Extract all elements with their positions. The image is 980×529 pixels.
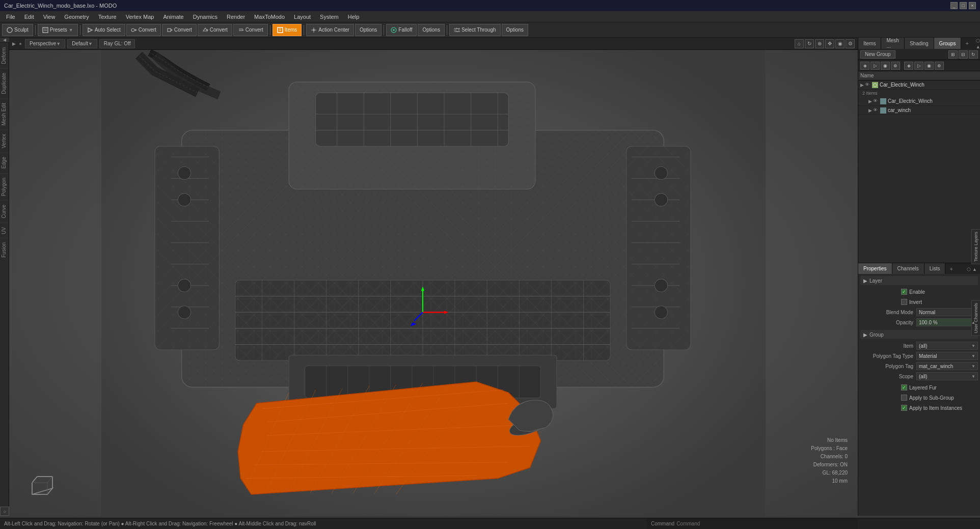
- convert3-button[interactable]: Convert: [198, 24, 232, 36]
- minimize-button[interactable]: _: [950, 2, 958, 9]
- menu-vertex-map[interactable]: Vertex Map: [122, 13, 158, 21]
- left-sidebar-toggle[interactable]: ◀: [0, 38, 9, 43]
- group-icon-h[interactable]: ⊕: [935, 62, 944, 70]
- vp-icon-settings[interactable]: ⚙: [846, 39, 855, 48]
- group-sub-item-2[interactable]: ▶ 👁 car_winch: [858, 106, 980, 115]
- sculpt-button[interactable]: Sculpt: [2, 24, 33, 36]
- perspective-button[interactable]: Perspective ▼: [25, 39, 65, 48]
- menu-animate[interactable]: Animate: [159, 13, 187, 21]
- convert1-button[interactable]: Convert: [126, 24, 161, 36]
- menu-file[interactable]: File: [2, 13, 19, 21]
- layered-fur-checkbox[interactable]: ✓: [901, 384, 907, 391]
- tab-properties[interactable]: Properties: [858, 263, 892, 274]
- new-group-button[interactable]: New Group: [860, 50, 895, 59]
- group-icon-a[interactable]: ◈: [860, 62, 869, 70]
- options3-button[interactable]: Options: [502, 24, 528, 36]
- scope-arrow: ▼: [971, 374, 975, 379]
- falloff-button[interactable]: Falloff: [386, 24, 417, 36]
- tab-duplicate[interactable]: Duplicate: [0, 68, 9, 98]
- vp-icon-pan[interactable]: ✥: [825, 39, 834, 48]
- default-dropdown-arrow[interactable]: ▼: [88, 41, 93, 46]
- polygon-tag-dropdown[interactable]: mat_car_winch ▼: [916, 362, 978, 370]
- group-sub-item-1[interactable]: ▶ 👁 Car_Electric_Winch: [858, 97, 980, 106]
- vp-icon-rotate[interactable]: ↻: [805, 39, 814, 48]
- default-button[interactable]: Default ▼: [67, 39, 97, 48]
- maximize-button[interactable]: □: [960, 2, 967, 9]
- tab-edge[interactable]: Edge: [0, 152, 9, 173]
- select-through-icon: [454, 27, 460, 33]
- group-icon-g[interactable]: ◉: [924, 62, 934, 70]
- window-controls[interactable]: _ □ ×: [950, 2, 976, 9]
- options2-button[interactable]: Options: [418, 24, 444, 36]
- expand-panel-button[interactable]: ⬡ ▲: [973, 37, 980, 49]
- model-display-area[interactable]: No Items Polygons : Face Channels: 0 Def…: [9, 50, 858, 516]
- panel-icon-btn-3[interactable]: ↻: [969, 50, 978, 59]
- scope-dropdown[interactable]: (all) ▼: [916, 372, 978, 380]
- viewport-expand-icon[interactable]: ▶: [12, 41, 16, 46]
- group-root-item[interactable]: ▶ 👁 ⬡ Car_Electric_Winch: [858, 80, 980, 90]
- menu-render[interactable]: Render: [223, 13, 249, 21]
- tab-deform[interactable]: Deform: [0, 43, 9, 68]
- menu-dynamics[interactable]: Dynamics: [189, 13, 222, 21]
- tab-mesh[interactable]: Mesh ...: [881, 38, 904, 49]
- panel-icon-btn-1[interactable]: ⊞: [948, 50, 958, 59]
- menu-maxtomodo[interactable]: MaxToModo: [250, 13, 289, 21]
- menu-layout[interactable]: Layout: [290, 13, 315, 21]
- layer-section-header[interactable]: ▶ Layer: [860, 276, 978, 285]
- tab-polygon[interactable]: Polygon: [0, 173, 9, 200]
- items-button[interactable]: Items: [273, 24, 302, 36]
- auto-select-button[interactable]: Auto Select: [83, 24, 125, 36]
- add-tab-button[interactable]: +: [961, 40, 972, 46]
- menu-view[interactable]: View: [39, 13, 60, 21]
- tab-items[interactable]: Items: [858, 38, 881, 49]
- vp-icon-home[interactable]: ⌂: [795, 39, 804, 48]
- action-center-button[interactable]: Action Center: [306, 24, 354, 36]
- tab-vertex[interactable]: Vertex: [0, 129, 9, 152]
- panel-icon-btn-2[interactable]: ⊟: [959, 50, 968, 59]
- apply-item-instances-checkbox[interactable]: ✓: [901, 405, 907, 411]
- enable-checkbox[interactable]: ✓: [901, 289, 907, 295]
- tab-groups[interactable]: Groups: [934, 38, 962, 49]
- blend-mode-dropdown[interactable]: Normal ▼: [916, 308, 978, 316]
- sidebar-bottom-btn[interactable]: ○: [0, 507, 9, 516]
- convert4-button[interactable]: Convert: [233, 24, 268, 36]
- expand-prop-panel-button[interactable]: ⬡ ▲: [964, 266, 980, 272]
- close-button[interactable]: ×: [969, 2, 976, 9]
- tab-uv[interactable]: UV: [0, 222, 9, 238]
- item-dropdown[interactable]: (all) ▼: [916, 342, 978, 350]
- menu-edit[interactable]: Edit: [20, 13, 38, 21]
- group-icon-e[interactable]: ◈: [904, 62, 913, 70]
- options1-button[interactable]: Options: [355, 24, 382, 36]
- perspective-dropdown-arrow[interactable]: ▼: [56, 41, 61, 46]
- ray-gl-button[interactable]: Ray GL: Off: [99, 39, 135, 48]
- 3d-viewport[interactable]: No Items Polygons : Face Channels: 0 Def…: [9, 50, 858, 516]
- select-through-button[interactable]: Select Through: [449, 24, 501, 36]
- invert-checkbox[interactable]: [901, 299, 907, 305]
- tab-channels[interactable]: Channels: [892, 263, 924, 274]
- group-section-header[interactable]: ▶ Group: [860, 330, 978, 339]
- tab-mesh-edit[interactable]: Mesh Edit: [0, 98, 9, 129]
- polygon-tag-type-dropdown[interactable]: Material ▼: [916, 352, 978, 360]
- tab-fusion[interactable]: Fusion: [0, 238, 9, 262]
- menu-texture[interactable]: Texture: [94, 13, 121, 21]
- menu-geometry[interactable]: Geometry: [60, 13, 93, 21]
- vp-icon-zoom[interactable]: ⊕: [815, 39, 824, 48]
- group-icon-b[interactable]: ▷: [870, 62, 880, 70]
- tab-lists[interactable]: Lists: [924, 263, 946, 274]
- command-input[interactable]: [676, 521, 854, 526]
- group-icon-d[interactable]: ⊕: [891, 62, 900, 70]
- user-channels-tab[interactable]: User Channels: [971, 300, 980, 336]
- apply-sub-group-checkbox[interactable]: [901, 395, 907, 401]
- convert2-button[interactable]: Convert: [162, 24, 197, 36]
- group-icon-c[interactable]: ◉: [881, 62, 890, 70]
- presets-button[interactable]: Presets ▼: [38, 24, 78, 36]
- add-prop-tab-button[interactable]: +: [945, 266, 957, 272]
- opacity-field[interactable]: 100.0 % ▲: [916, 318, 978, 326]
- vp-icon-camera[interactable]: ◉: [835, 39, 845, 48]
- group-icon-f[interactable]: ▷: [914, 62, 923, 70]
- menu-system[interactable]: System: [316, 13, 343, 21]
- menu-help[interactable]: Help: [344, 13, 364, 21]
- tab-shading[interactable]: Shading: [905, 38, 934, 49]
- tab-curve[interactable]: Curve: [0, 200, 9, 222]
- section-expand-icon: ▶: [863, 278, 867, 284]
